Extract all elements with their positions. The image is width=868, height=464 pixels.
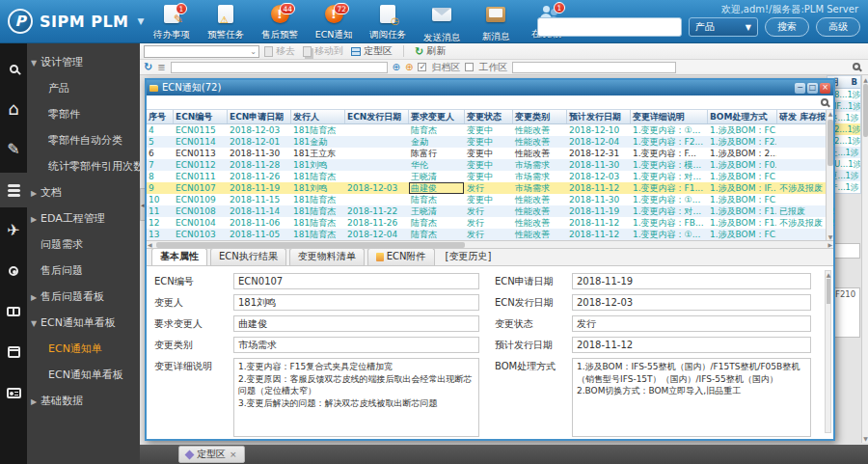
scroll-down-icon[interactable]: ▼ (862, 435, 868, 442)
tab-基本属性[interactable]: 基本属性 (151, 248, 207, 265)
sidebar-item-问题需求[interactable]: 问题需求 (27, 232, 140, 258)
field-value-ECN发行日期[interactable]: 2018-12-03 (572, 294, 811, 311)
panel-search-icon[interactable] (853, 63, 860, 70)
sidebar-item-文档[interactable]: ▶文档 (27, 179, 140, 205)
field-value-ECN申请日期[interactable]: 2018-11-19 (572, 273, 811, 289)
toolbar-item-send-message[interactable]: 发送消息 (415, 3, 469, 44)
collapse-all-icon[interactable]: ⊕ (405, 63, 413, 72)
filter-input-1[interactable] (171, 62, 388, 73)
sidebar-item-零部件自动分类[interactable]: 零部件自动分类 (27, 127, 140, 153)
tab-ECN执行结果[interactable]: ECN执行结果 (210, 248, 286, 265)
tree-arrow-icon[interactable]: ▶ (31, 206, 41, 232)
tree-arrow-icon[interactable]: ▼ (31, 311, 41, 336)
定型区-button[interactable]: 定型区 (351, 44, 393, 58)
scroll-up-icon[interactable]: ▲ (827, 110, 834, 117)
toolbar-item-todo[interactable]: 1待办事项 (145, 3, 199, 44)
toolbar-item-aftersale-alert[interactable]: 44售后预警 (253, 3, 307, 44)
zone-combo[interactable]: ⌄ (144, 45, 259, 58)
table-row[interactable]: 6ECN01132018-11-30181王立东陈富行变更中性能改善2018-1… (147, 148, 826, 159)
scrollbar-thumb[interactable] (827, 120, 833, 166)
expand-all-icon[interactable]: ⊕ (393, 63, 400, 72)
刷新-button[interactable]: ↻刷新 (415, 44, 446, 58)
sidebar-item-基础数据[interactable]: ▶基础数据 (27, 388, 140, 414)
support-icon[interactable] (0, 254, 27, 288)
logo-dropdown-caret-icon[interactable]: ▼ (138, 16, 145, 26)
sidebar-item-EDA工程管理[interactable]: ▶EDA工程管理 (27, 205, 140, 232)
field-value-变更详细说明[interactable]: 1.变更内容：F15复合式夹具定位槽加宽 2.变更原因：客服反馈双芯皮线的端接后… (233, 358, 479, 437)
refresh-icon[interactable]: ↻ (144, 61, 152, 73)
main-vertical-scrollbar[interactable]: ▲ ▼ (861, 75, 868, 443)
column-header-预计发行日期[interactable]: 预计发行日期 (567, 110, 631, 123)
table-header-row[interactable]: 序号ECN编号ECN申请日期发行人ECN发行日期要求变更人变更状态变更类别预计发… (147, 110, 826, 124)
sidebar-item-统计零部件引用次数[interactable]: 统计零部件引用次数 (27, 153, 140, 179)
sidebar-item-售后问题看板[interactable]: ▶售后问题看板 (27, 284, 140, 310)
minimize-button[interactable]: − (795, 83, 805, 94)
table-row[interactable]: 11ECN01082018-11-14181陆育杰2018-11-22王晓清发行… (147, 205, 826, 217)
column-header-序号[interactable]: 序号 (147, 110, 174, 123)
sidebar-item-ECN通知单[interactable]: ECN通知单 (27, 336, 140, 362)
catalog-search-icon[interactable] (0, 51, 27, 86)
book-icon[interactable] (0, 294, 27, 329)
field-value-BOM处理方式[interactable]: 1.涉及BOM：IFS-55整机（国内）/F15TS整机/F05B整机（销售型号… (572, 358, 811, 437)
table-search-icon[interactable] (821, 98, 828, 106)
table-row[interactable]: 4ECN01152018-12-03181陆育杰陆育杰变更中性能改善2018-1… (147, 124, 826, 136)
scrollbar-thumb[interactable] (156, 242, 465, 248)
field-value-变更人[interactable]: 181刘鸣 (233, 294, 479, 311)
tree-arrow-icon[interactable]: ▼ (31, 50, 41, 75)
sidebar-item-ECN通知单看板[interactable]: ECN通知单看板 (27, 362, 140, 388)
table-row[interactable]: 13ECN01032018-11-05181陆育杰2018-12-04陆育杰发行… (147, 229, 826, 240)
column-header-ECN发行日期[interactable]: ECN发行日期 (345, 110, 409, 123)
sidebar-item-设计管理[interactable]: ▼设计管理 (27, 49, 140, 75)
table-row[interactable]: 10ECN01092018-11-15181陆育杰陆育杰变更中性能改善2018-… (147, 194, 826, 205)
advanced-search-button[interactable]: 高级 (816, 17, 860, 37)
table-row[interactable]: 12ECN01042018-11-06181陆育杰2018-11-26陆育杰发行… (147, 217, 826, 229)
scroll-down-icon[interactable]: ▼ (827, 233, 834, 240)
edit-icon[interactable]: ✎ (0, 132, 27, 167)
column-header-ECN编号[interactable]: ECN编号 (174, 110, 228, 123)
toolbar-item-ecn-notice[interactable]: 72ECN通知 (307, 3, 361, 44)
filter-input-2[interactable] (512, 62, 676, 73)
workspace-checkbox[interactable] (465, 63, 474, 71)
column-header-变更类别[interactable]: 变更类别 (513, 110, 567, 123)
send-icon[interactable]: ✈ (0, 213, 27, 248)
scroll-up-icon[interactable]: ▲ (826, 271, 831, 278)
field-value-变更状态[interactable]: 发行 (572, 315, 811, 332)
detail-vertical-scrollbar[interactable]: ▲ (825, 270, 831, 433)
data-icon[interactable] (0, 173, 27, 207)
column-header-研发 库存报废...[interactable]: 研发 库存报废... (777, 110, 827, 123)
toolbar-item-new-message[interactable]: 新消息 (469, 3, 523, 44)
tree-arrow-icon[interactable]: ▶ (31, 180, 41, 205)
sidebar-item-售后问题[interactable]: 售后问题 (27, 258, 140, 284)
column-header-变更详细说明[interactable]: 变更详细说明 (631, 110, 708, 123)
close-tab-icon[interactable]: × (230, 450, 237, 459)
archive-zone-checkbox[interactable] (418, 63, 426, 71)
tree-icon[interactable]: ≣ (157, 63, 165, 72)
column-header-ECN申请日期[interactable]: ECN申请日期 (228, 110, 291, 123)
field-value-ECN编号[interactable]: ECN0107 (233, 273, 479, 289)
sidebar-item-零部件[interactable]: 零部件 (27, 101, 140, 127)
table-vertical-scrollbar[interactable]: ▲ ▼ (826, 110, 833, 240)
calendar-icon[interactable] (0, 335, 27, 369)
table-row[interactable]: 9ECN01072018-11-19181刘鸣2018-12-03曲建俊发行市场… (147, 182, 826, 194)
app-logo[interactable]: P SIPM PLM ▼ (8, 9, 144, 34)
toolbar-item-review-task[interactable]: 调阅任务 (361, 3, 415, 44)
close-button[interactable]: × (820, 83, 830, 94)
scroll-up-icon[interactable]: ▲ (862, 76, 868, 83)
scrollbar-thumb[interactable] (827, 279, 830, 304)
table-horizontal-scrollbar[interactable]: ◀ ▶ (147, 240, 833, 249)
contact-icon[interactable] (0, 375, 27, 410)
home-icon[interactable]: ⌂ (0, 92, 27, 126)
sidebar-item-ECN通知单看板[interactable]: ▼ECN通知单看板 (27, 310, 140, 336)
field-value-预计发行日期[interactable]: 2018-11-12 (572, 337, 811, 353)
tab-ECN附件[interactable]: ECN附件 (367, 248, 435, 265)
scroll-right-icon[interactable]: ▶ (827, 241, 832, 249)
field-value-变更类别[interactable]: 市场需求 (233, 337, 479, 353)
global-search-input[interactable] (537, 17, 682, 37)
column-header-发行人[interactable]: 发行人 (291, 110, 345, 123)
toolbar-item-warning-task[interactable]: 预警任务 (199, 3, 253, 44)
finalize-zone-tab[interactable]: 定型区 × (178, 446, 245, 463)
column-header-变更状态[interactable]: 变更状态 (465, 110, 513, 123)
tree-arrow-icon[interactable]: ▶ (31, 285, 41, 310)
search-button[interactable]: 搜索 (765, 17, 809, 37)
tab-变更物料清单[interactable]: 变更物料清单 (289, 248, 365, 265)
